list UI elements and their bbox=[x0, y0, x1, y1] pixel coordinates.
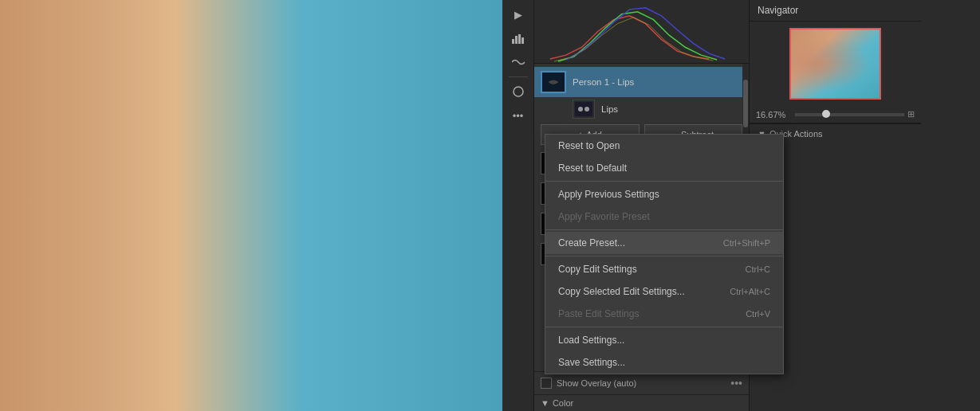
circle-tool[interactable] bbox=[506, 80, 530, 103]
zoom-slider-thumb[interactable] bbox=[822, 110, 830, 118]
ctx-reset-to-default[interactable]: Reset to Default bbox=[545, 157, 783, 179]
context-menu: Reset to Open Reset to Default Apply Pre… bbox=[545, 134, 784, 374]
zoom-slider[interactable] bbox=[795, 113, 904, 116]
ctx-create-preset[interactable]: Create Preset... Ctrl+Shift+P bbox=[545, 232, 783, 254]
navigator-preview bbox=[750, 22, 921, 106]
show-overlay-row: Show Overlay (auto) ••• bbox=[534, 371, 749, 394]
ctx-apply-previous[interactable]: Apply Previous Settings bbox=[545, 183, 783, 206]
ctx-divider-1 bbox=[545, 181, 783, 182]
mask-item-person1-lips[interactable]: Person 1 - Lips bbox=[534, 67, 749, 97]
ctx-save-settings[interactable]: Save Settings... bbox=[545, 351, 783, 374]
ctx-create-preset-shortcut: Ctrl+Shift+P bbox=[723, 238, 770, 248]
color-expand-icon: ▼ bbox=[541, 398, 549, 408]
ctx-copy-edit-shortcut: Ctrl+C bbox=[746, 264, 770, 274]
svg-rect-3 bbox=[521, 37, 524, 44]
color-section-header[interactable]: ▼ Color bbox=[541, 398, 742, 408]
svg-rect-2 bbox=[518, 34, 521, 44]
nav-thumbnail bbox=[789, 28, 881, 100]
svg-rect-1 bbox=[515, 36, 518, 44]
ctx-paste-edit: Paste Edit Settings Ctrl+V bbox=[545, 303, 783, 325]
overlay-label: Show Overlay (auto) bbox=[557, 378, 636, 388]
mask-label-person1-lips: Person 1 - Lips bbox=[573, 77, 634, 87]
zoom-expand-icon: ⊞ bbox=[907, 109, 915, 119]
zoom-row: 16.67% ⊞ bbox=[750, 106, 921, 123]
ctx-copy-edit-label: Copy Edit Settings bbox=[558, 264, 637, 275]
waveform-tool[interactable] bbox=[506, 51, 530, 73]
ctx-copy-selected-shortcut: Ctrl+Alt+C bbox=[730, 287, 770, 296]
mask-sublabel-lips[interactable]: Lips bbox=[534, 97, 749, 121]
ctx-paste-edit-shortcut: Ctrl+V bbox=[746, 309, 770, 319]
play-tool[interactable]: ▶ bbox=[506, 3, 530, 25]
mask-thumb-lips bbox=[541, 71, 566, 93]
ctx-divider-4 bbox=[545, 327, 783, 327]
ctx-reset-default-label: Reset to Default bbox=[558, 162, 627, 174]
navigator-title: Navigator bbox=[758, 5, 798, 16]
photo-canvas bbox=[0, 0, 502, 411]
color-section: ▼ Color bbox=[534, 394, 749, 411]
ctx-apply-favorite-label: Apply Favorite Preset bbox=[558, 211, 650, 222]
svg-rect-5 bbox=[534, 0, 749, 63]
ctx-divider-2 bbox=[545, 229, 783, 230]
zoom-value: 16.67% bbox=[756, 110, 792, 119]
histogram-area bbox=[534, 0, 749, 64]
ctx-apply-previous-label: Apply Previous Settings bbox=[558, 189, 659, 200]
overlay-options[interactable]: ••• bbox=[730, 377, 742, 389]
color-section-label: Color bbox=[553, 398, 573, 408]
ctx-divider-3 bbox=[545, 256, 783, 256]
svg-point-9 bbox=[584, 107, 589, 112]
svg-point-8 bbox=[578, 107, 583, 112]
svg-point-4 bbox=[514, 87, 523, 96]
ctx-copy-selected[interactable]: Copy Selected Edit Settings... Ctrl+Alt+… bbox=[545, 280, 783, 303]
svg-rect-7 bbox=[575, 102, 592, 116]
overlay-checkbox[interactable] bbox=[541, 378, 552, 389]
ctx-save-settings-label: Save Settings... bbox=[558, 357, 625, 368]
histogram-tool[interactable] bbox=[506, 27, 530, 49]
dots-tool[interactable]: ••• bbox=[506, 104, 530, 127]
lips-sub-icon bbox=[573, 100, 595, 119]
ctx-copy-edit[interactable]: Copy Edit Settings Ctrl+C bbox=[545, 258, 783, 280]
ctx-load-settings[interactable]: Load Settings... bbox=[545, 329, 783, 351]
ctx-load-settings-label: Load Settings... bbox=[558, 335, 624, 346]
ctx-reset-open-label: Reset to Open bbox=[558, 140, 620, 151]
svg-rect-0 bbox=[512, 39, 514, 44]
ctx-reset-to-open[interactable]: Reset to Open bbox=[545, 135, 783, 157]
ctx-paste-edit-label: Paste Edit Settings bbox=[558, 308, 639, 319]
masks-scrollbar-thumb[interactable] bbox=[743, 80, 748, 127]
navigator-header: Navigator bbox=[750, 0, 921, 22]
mask-label-lips: Lips bbox=[601, 104, 618, 114]
ctx-copy-selected-label: Copy Selected Edit Settings... bbox=[558, 286, 685, 297]
ctx-create-preset-label: Create Preset... bbox=[558, 237, 625, 249]
ctx-apply-favorite: Apply Favorite Preset bbox=[545, 206, 783, 228]
tools-sidebar: ▶ ••• bbox=[502, 0, 534, 411]
